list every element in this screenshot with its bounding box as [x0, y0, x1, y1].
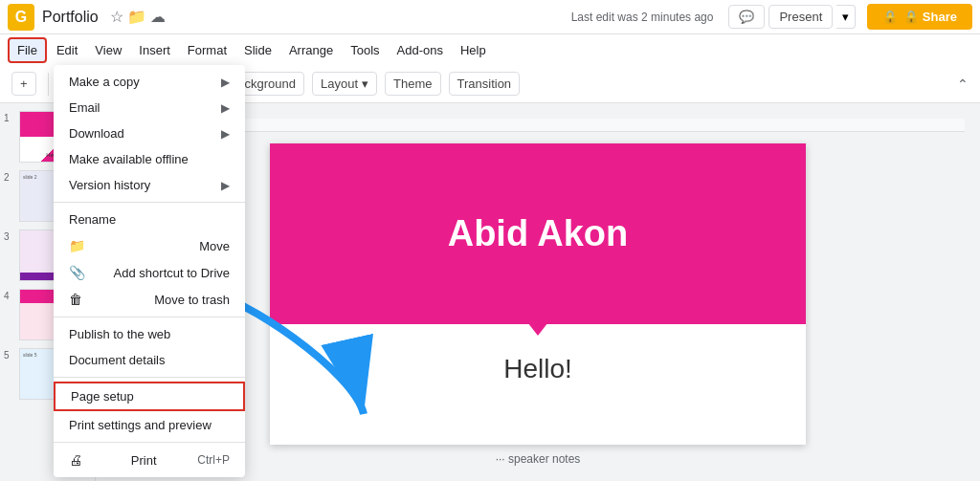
last-edit-label: Last edit was 2 minutes ago — [571, 11, 714, 24]
menu-move-trash[interactable]: 🗑 Move to trash — [54, 286, 245, 313]
menu-make-copy[interactable]: Make a copy ▶ — [54, 69, 245, 95]
menu-bar: File Edit View Insert Format Slide Arran… — [0, 34, 980, 65]
menu-publish-web[interactable]: Publish to the web — [54, 321, 245, 347]
add-button[interactable]: + — [11, 72, 36, 96]
rename-label: Rename — [69, 212, 116, 227]
menu-item-tools[interactable]: Tools — [343, 39, 387, 61]
menu-divider-2 — [54, 317, 245, 317]
app-icon: G — [8, 4, 34, 31]
present-button[interactable]: Present — [768, 5, 833, 29]
speaker-notes[interactable]: ··· speaker notes — [270, 452, 806, 466]
move-label: Move — [199, 239, 230, 253]
page-setup-label: Page setup — [71, 389, 134, 404]
print-shortcut: Ctrl+P — [197, 453, 230, 467]
trash-icon: 🗑 — [69, 292, 82, 307]
move-icon: 📁 — [69, 238, 85, 253]
menu-item-addons[interactable]: Add-ons — [390, 39, 451, 61]
menu-item-file[interactable]: File — [8, 37, 47, 63]
callout-arrow — [524, 318, 551, 336]
lock-icon: 🔒 — [882, 10, 898, 24]
menu-download[interactable]: Download ▶ — [54, 120, 245, 146]
layout-label: Layout — [321, 77, 358, 91]
move-trash-label: Move to trash — [154, 293, 230, 307]
menu-divider-1 — [54, 202, 245, 203]
menu-item-slide[interactable]: Slide — [236, 39, 279, 61]
comment-icon: 💬 — [739, 10, 754, 24]
publish-web-label: Publish to the web — [69, 327, 170, 341]
menu-print[interactable]: 🖨 Print Ctrl+P — [54, 447, 245, 473]
available-offline-label: Make available offline — [69, 152, 189, 166]
email-arrow-icon: ▶ — [221, 101, 230, 115]
document-details-label: Document details — [69, 353, 165, 367]
menu-item-edit[interactable]: Edit — [49, 39, 85, 61]
slide-num-1: 1 — [4, 113, 15, 123]
slide-num-2: 2 — [4, 172, 15, 183]
menu-item-format[interactable]: Format — [180, 39, 234, 61]
folder-icon[interactable]: 📁 — [127, 8, 146, 26]
comment-button[interactable]: 💬 — [728, 5, 765, 29]
transition-btn[interactable]: Transition — [449, 72, 521, 96]
present-dropdown-button[interactable]: ▾ — [836, 5, 856, 29]
slide-title: Abid Akon — [448, 213, 629, 254]
toolbar-separator-1 — [48, 73, 49, 96]
layout-chevron-icon: ▾ — [362, 77, 368, 91]
share-label: 🔒 Share — [903, 10, 957, 24]
download-arrow-icon: ▶ — [221, 127, 230, 141]
print-label: Print — [131, 453, 157, 468]
menu-print-settings[interactable]: Print settings and preview — [54, 412, 245, 438]
menu-email[interactable]: Email ▶ — [54, 95, 245, 120]
make-copy-arrow-icon: ▶ — [221, 76, 230, 89]
download-label: Download — [69, 126, 124, 141]
menu-document-details[interactable]: Document details — [54, 347, 245, 373]
menu-move[interactable]: 📁 Move — [54, 232, 245, 259]
make-copy-label: Make a copy — [69, 75, 140, 89]
star-icon[interactable]: ☆ — [110, 8, 123, 26]
cloud-icon[interactable]: ☁ — [150, 8, 166, 26]
menu-rename[interactable]: Rename — [54, 207, 245, 232]
menu-item-arrange[interactable]: Arrange — [281, 39, 341, 61]
version-history-label: Version history — [69, 178, 150, 192]
file-menu: Make a copy ▶ Email ▶ Download ▶ Make av… — [54, 65, 245, 477]
slide-num-5: 5 — [4, 350, 15, 361]
menu-add-shortcut[interactable]: 📎 Add shortcut to Drive — [54, 259, 245, 286]
menu-divider-4 — [54, 442, 245, 443]
menu-item-help[interactable]: Help — [453, 39, 494, 61]
shortcut-icon: 📎 — [69, 265, 85, 280]
slide-num-4: 4 — [4, 291, 15, 301]
print-icon: 🖨 — [69, 452, 82, 468]
menu-divider-3 — [54, 377, 245, 378]
toolbar-collapse-icon[interactable]: ⌃ — [957, 77, 969, 92]
print-settings-label: Print settings and preview — [69, 418, 212, 432]
doc-title: Portfolio — [42, 9, 99, 26]
slide-num-3: 3 — [4, 231, 15, 242]
menu-item-view[interactable]: View — [87, 39, 129, 61]
menu-available-offline[interactable]: Make available offline — [54, 146, 245, 172]
menu-version-history[interactable]: Version history ▶ — [54, 172, 245, 198]
add-shortcut-label: Add shortcut to Drive — [114, 266, 230, 280]
email-label: Email — [69, 100, 100, 115]
version-history-arrow-icon: ▶ — [221, 179, 230, 192]
menu-page-setup[interactable]: Page setup — [54, 382, 245, 411]
theme-btn[interactable]: Theme — [385, 72, 440, 96]
app-icon-label: G — [15, 9, 27, 26]
top-bar: G Portfolio ☆ 📁 ☁ Last edit was 2 minute… — [0, 0, 980, 34]
menu-item-insert[interactable]: Insert — [131, 39, 178, 61]
share-button[interactable]: 🔒 🔒 Share — [867, 4, 972, 30]
layout-btn[interactable]: Layout ▾ — [312, 72, 377, 96]
